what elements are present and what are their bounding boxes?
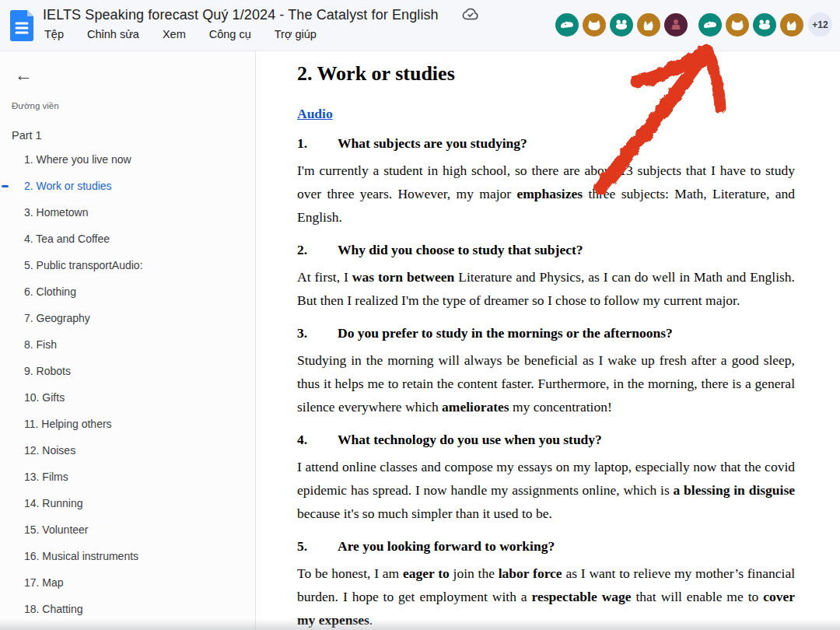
cloud-saved-icon[interactable]: [462, 8, 479, 24]
avatar-fox-icon[interactable]: [726, 13, 749, 37]
question-text: Why did you choose to study that subject…: [338, 242, 795, 258]
sidebar-item-14[interactable]: 14. Running: [0, 490, 255, 516]
google-docs-icon[interactable]: [10, 10, 33, 41]
menu-item-4[interactable]: Công cụ: [208, 27, 253, 41]
question-text: What technology do you use when you stud…: [338, 432, 795, 448]
sidebar-item-3[interactable]: 3. Hometown: [0, 199, 255, 226]
avatar-crocodile-icon[interactable]: [698, 13, 722, 37]
more-collaborators-badge[interactable]: +12: [808, 12, 832, 37]
sidebar-item-label: 10. Gifts: [24, 391, 65, 404]
sidebar-item-8[interactable]: 8. Fish: [0, 331, 255, 358]
answer-paragraph-5: To be honest, I am eager to join the lab…: [297, 562, 795, 630]
question-text: What subjects are you studying?: [338, 135, 795, 152]
avatar-squirrel-icon[interactable]: [780, 13, 803, 37]
question-row-5: 5.Are you looking forward to working?: [297, 538, 795, 555]
menubar: TệpChỉnh sửaXemCông cụTrợ giúp: [43, 27, 479, 41]
answer-paragraph-1: I'm currently a student in high school, …: [297, 159, 795, 229]
menu-item-5[interactable]: Trợ giúp: [273, 27, 318, 41]
question-number: 5.: [297, 538, 338, 555]
document-heading: 2. Work or studies: [297, 62, 795, 86]
question-number: 1.: [297, 135, 338, 152]
sidebar-item-label: 8. Fish: [24, 338, 57, 351]
outline-list: 1. Where you live now2. Work or studies3…: [0, 146, 255, 622]
avatar-kraken-icon[interactable]: [664, 13, 688, 37]
answer-paragraph-2: At first, I was torn between Literature …: [297, 265, 795, 312]
sidebar-item-label: 12. Noises: [24, 444, 75, 457]
sidebar-item-label: 2. Work or studies: [24, 180, 112, 192]
sidebar-item-label: 14. Running: [24, 497, 83, 509]
sidebar-item-label: 15. Volunteer: [24, 523, 89, 536]
avatar-crocodile-icon[interactable]: [555, 13, 579, 37]
question-row-3: 3.Do you prefer to study in the mornings…: [297, 325, 795, 341]
outline-label: Đường viền: [12, 101, 255, 110]
collaborator-avatars: +12: [551, 12, 832, 37]
sidebar-item-16[interactable]: 16. Musical instruments: [0, 543, 255, 569]
active-item-dash: [2, 185, 9, 187]
sidebar-item-label: 18. Chatting: [24, 603, 83, 615]
app-header: IELTS Speaking forecast Quý 1/2024 - The…: [0, 0, 840, 51]
question-number: 3.: [297, 325, 338, 341]
document-title[interactable]: IELTS Speaking forecast Quý 1/2024 - The…: [43, 7, 439, 23]
avatar-frog-icon[interactable]: [610, 13, 633, 37]
question-row-1: 1.What subjects are you studying?: [297, 135, 795, 152]
question-text: Are you looking forward to working?: [338, 538, 795, 555]
document-canvas[interactable]: 2. Work or studies Audio 1.What subjects…: [257, 51, 840, 630]
sidebar-item-label: 7. Geography: [24, 312, 90, 324]
sidebar-item-5[interactable]: 5. Public transportAudio:: [0, 252, 255, 278]
menu-item-3[interactable]: Xem: [161, 27, 187, 41]
question-number: 4.: [297, 432, 338, 448]
sidebar-item-label: 3. Hometown: [24, 206, 88, 219]
sidebar-item-label: 5. Public transportAudio:: [24, 259, 143, 271]
avatar-frog-icon[interactable]: [753, 13, 776, 37]
outline-section-part1[interactable]: Part 1: [12, 129, 255, 142]
sidebar-item-label: 1. Where you live now: [24, 153, 131, 166]
sidebar-item-4[interactable]: 4. Tea and Coffee: [0, 226, 255, 252]
sidebar-item-2[interactable]: 2. Work or studies: [0, 173, 255, 199]
sidebar-item-label: 11. Helping others: [24, 418, 112, 430]
sidebar-item-13[interactable]: 13. Films: [0, 464, 255, 490]
sidebar-item-12[interactable]: 12. Noises: [0, 437, 255, 464]
sidebar-item-10[interactable]: 10. Gifts: [0, 384, 255, 411]
qa-list: 1.What subjects are you studying?I'm cur…: [297, 135, 795, 630]
question-number: 2.: [297, 242, 338, 258]
sidebar-item-17[interactable]: 17. Map: [0, 569, 255, 596]
outline-sidebar: ← Đường viền Part 1 1. Where you live no…: [0, 51, 256, 630]
sidebar-item-label: 4. Tea and Coffee: [24, 233, 110, 245]
answer-paragraph-4: I attend online classes and compose my e…: [297, 455, 795, 525]
sidebar-item-label: 16. Musical instruments: [24, 550, 138, 562]
audio-link[interactable]: Audio: [297, 106, 333, 122]
sidebar-item-label: 13. Films: [24, 471, 68, 483]
sidebar-item-18[interactable]: 18. Chatting: [0, 596, 255, 622]
question-row-2: 2.Why did you choose to study that subje…: [297, 242, 795, 258]
sidebar-item-label: 6. Clothing: [24, 285, 76, 298]
sidebar-item-label: 17. Map: [24, 576, 64, 589]
sidebar-item-label: 9. Robots: [24, 365, 71, 377]
sidebar-item-1[interactable]: 1. Where you live now: [0, 146, 255, 173]
sidebar-item-9[interactable]: 9. Robots: [0, 358, 255, 384]
menu-item-1[interactable]: Tệp: [43, 27, 65, 41]
title-block: IELTS Speaking forecast Quý 1/2024 - The…: [43, 6, 479, 41]
question-row-4: 4.What technology do you use when you st…: [297, 432, 795, 448]
avatar-squirrel-icon[interactable]: [637, 13, 660, 37]
menu-item-2[interactable]: Chỉnh sửa: [86, 27, 141, 41]
close-outline-button[interactable]: ←: [11, 62, 36, 87]
sidebar-item-7[interactable]: 7. Geography: [0, 305, 255, 331]
question-text: Do you prefer to study in the mornings o…: [338, 325, 795, 341]
avatar-fox-icon[interactable]: [583, 13, 606, 37]
sidebar-item-11[interactable]: 11. Helping others: [0, 411, 255, 437]
sidebar-item-6[interactable]: 6. Clothing: [0, 278, 255, 305]
answer-paragraph-3: Studying in the morning will always be b…: [297, 348, 795, 418]
sidebar-item-15[interactable]: 15. Volunteer: [0, 516, 255, 543]
